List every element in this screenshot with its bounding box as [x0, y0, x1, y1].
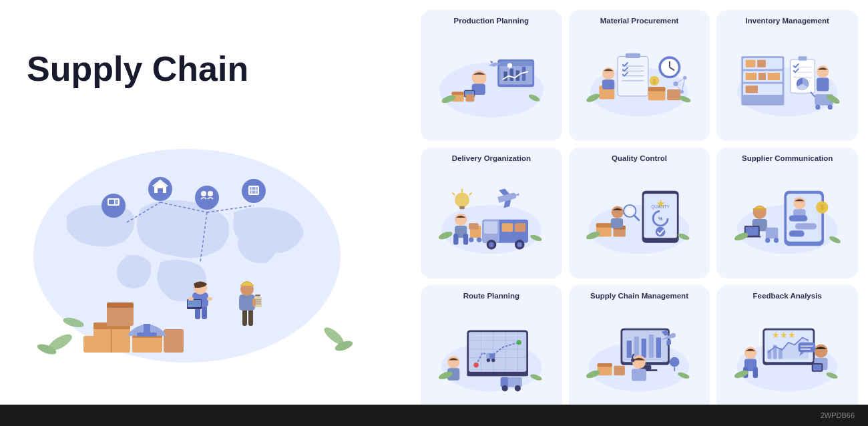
svg-rect-109 [757, 60, 766, 67]
svg-rect-232 [614, 366, 626, 376]
svg-rect-51 [252, 298, 256, 306]
svg-point-247 [814, 345, 827, 358]
card-illustration [574, 302, 705, 409]
svg-rect-28 [107, 302, 134, 308]
svg-rect-177 [789, 215, 808, 221]
svg-rect-43 [248, 309, 253, 326]
card-delivery-organization: Delivery Organization [421, 148, 562, 278]
svg-point-10 [116, 206, 118, 208]
svg-point-148 [469, 237, 473, 242]
svg-rect-162 [596, 223, 612, 227]
svg-text:%: % [658, 216, 663, 222]
svg-rect-61 [503, 71, 507, 81]
svg-rect-137 [515, 223, 526, 232]
svg-point-160 [656, 227, 666, 237]
svg-point-204 [516, 340, 521, 345]
stock-code: 2WPDB66 [821, 411, 855, 419]
svg-rect-228 [632, 369, 646, 381]
svg-point-213 [501, 385, 507, 391]
card-illustration: ★★★ [722, 302, 853, 409]
card-title: Route Planning [463, 292, 519, 300]
svg-rect-246 [753, 367, 758, 379]
svg-point-168 [626, 207, 634, 216]
svg-point-135 [517, 242, 521, 247]
svg-rect-72 [465, 94, 474, 101]
svg-rect-78 [626, 53, 640, 58]
svg-point-233 [670, 357, 680, 367]
card-title: Material Procurement [600, 17, 679, 25]
svg-point-121 [817, 65, 829, 77]
card-supplier-communication: Supplier Communication $ [716, 148, 858, 278]
svg-point-188 [765, 238, 770, 242]
svg-point-14 [201, 191, 206, 196]
svg-rect-225 [649, 335, 654, 358]
svg-rect-60 [499, 61, 533, 66]
svg-rect-224 [642, 339, 646, 357]
svg-rect-41 [207, 297, 212, 300]
svg-rect-131 [484, 222, 497, 234]
svg-rect-178 [795, 223, 817, 229]
svg-point-175 [793, 197, 805, 209]
card-title: Supply Chain Management [590, 292, 688, 300]
card-supply-chain-management: Supply Chain Management [569, 285, 710, 416]
svg-rect-222 [627, 341, 632, 358]
svg-rect-146 [463, 234, 468, 245]
svg-point-229 [632, 359, 636, 363]
card-material-procurement: Material Procurement [569, 10, 710, 141]
svg-rect-206 [486, 353, 489, 359]
svg-rect-40 [188, 297, 194, 300]
svg-line-142 [452, 193, 455, 196]
svg-point-227 [632, 355, 646, 369]
svg-rect-31 [144, 324, 150, 334]
card-production-planning: Production Planning [421, 10, 562, 141]
svg-rect-240 [773, 345, 777, 359]
svg-rect-195 [467, 373, 528, 377]
svg-rect-88 [648, 87, 666, 91]
card-title: Quality Control [612, 154, 667, 162]
card-title: Inventory Management [746, 17, 829, 25]
svg-rect-187 [766, 228, 778, 239]
svg-point-189 [774, 238, 779, 242]
svg-rect-241 [779, 348, 783, 359]
card-inventory-management: Inventory Management [716, 10, 858, 141]
svg-rect-139 [459, 206, 464, 210]
card-title: Feedback Analysis [753, 292, 822, 300]
card-feedback-analysis: Feedback Analysis ★★★ [716, 285, 858, 416]
svg-point-203 [473, 363, 478, 367]
svg-point-138 [455, 193, 469, 208]
svg-point-209 [447, 356, 459, 368]
svg-rect-145 [453, 234, 458, 245]
svg-rect-7 [109, 200, 114, 204]
svg-point-9 [109, 206, 112, 208]
card-title: Delivery Organization [452, 154, 531, 162]
svg-rect-108 [746, 60, 756, 67]
main-title: Supply Chain [27, 50, 394, 88]
svg-rect-29 [83, 336, 107, 353]
svg-point-208 [491, 359, 495, 363]
left-panel: Supply Chain [0, 0, 414, 426]
svg-rect-122 [817, 77, 829, 91]
svg-point-214 [515, 385, 521, 391]
card-illustration: ★ QUALITY % [574, 165, 705, 272]
svg-rect-32 [137, 333, 157, 337]
svg-rect-71 [451, 92, 463, 95]
svg-rect-30 [164, 329, 184, 353]
svg-rect-166 [611, 218, 623, 228]
svg-rect-113 [746, 85, 758, 93]
card-illustration [426, 27, 557, 134]
card-quality-control: Quality Control ★ QUALITY % [569, 148, 710, 278]
svg-text:QUALITY: QUALITY [652, 204, 670, 210]
svg-rect-39 [187, 308, 202, 309]
svg-rect-92 [602, 79, 614, 89]
svg-rect-231 [598, 363, 612, 367]
card-illustration: $ [574, 27, 705, 134]
svg-point-133 [489, 242, 493, 247]
cards-grid: Production Planning [414, 0, 868, 426]
svg-rect-12 [158, 188, 163, 193]
svg-point-15 [208, 191, 213, 196]
svg-rect-110 [746, 73, 757, 80]
svg-rect-8 [115, 200, 118, 204]
svg-point-125 [828, 105, 833, 110]
svg-rect-251 [799, 343, 816, 353]
card-illustration: $ [722, 165, 853, 272]
